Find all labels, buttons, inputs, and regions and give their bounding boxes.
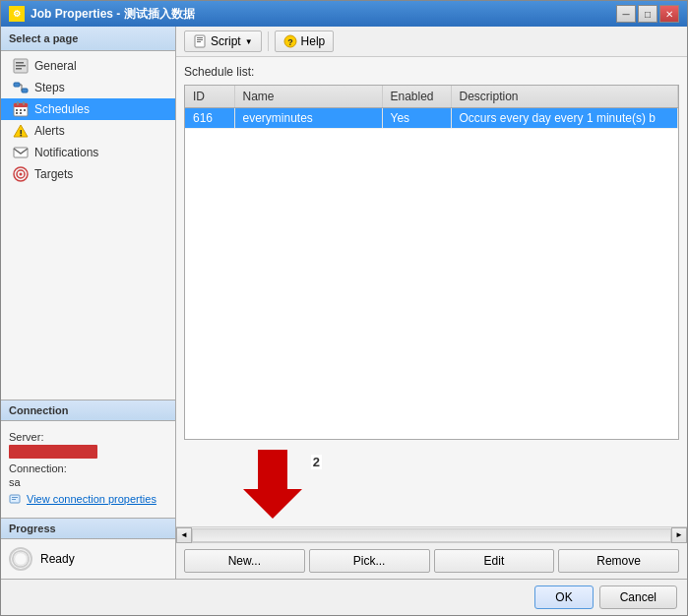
down-arrow-annotation: 2 <box>243 450 302 519</box>
sidebar-item-targets[interactable]: Targets <box>1 163 175 185</box>
select-page-header: Select a page <box>1 27 175 51</box>
schedule-table: ID Name Enabled Description 616 everymin… <box>185 86 678 129</box>
svg-point-23 <box>20 173 23 176</box>
cell-enabled: Yes <box>382 108 451 129</box>
edit-button[interactable]: Edit <box>434 549 555 573</box>
svg-rect-26 <box>12 499 16 500</box>
svg-rect-15 <box>16 112 18 114</box>
main-content: Schedule list: ID Name Enabled Descripti… <box>176 57 687 526</box>
new-button[interactable]: New... <box>184 549 305 573</box>
svg-rect-4 <box>14 83 20 87</box>
svg-rect-25 <box>12 497 18 498</box>
sidebar-item-alerts[interactable]: Alerts <box>1 120 175 142</box>
horizontal-scrollbar[interactable]: ◄ ► <box>176 526 687 542</box>
svg-text:?: ? <box>287 37 293 47</box>
col-enabled: Enabled <box>382 86 451 108</box>
connection-value: sa <box>9 476 167 488</box>
svg-rect-31 <box>197 39 203 40</box>
svg-rect-2 <box>16 65 26 67</box>
toolbar: Script ▼ ? Help <box>176 27 687 57</box>
script-dropdown-icon: ▼ <box>245 37 253 46</box>
schedule-table-container: ID Name Enabled Description 616 everymin… <box>184 85 679 440</box>
svg-rect-10 <box>17 101 19 105</box>
svg-rect-9 <box>14 103 28 107</box>
content-area: Select a page General <box>1 27 687 579</box>
scroll-left-button[interactable]: ◄ <box>176 527 192 543</box>
pick-button[interactable]: Pick... <box>309 549 430 573</box>
progress-status: Ready <box>40 552 75 566</box>
targets-icon <box>13 166 29 182</box>
alerts-label: Alerts <box>34 124 65 138</box>
progress-title: Progress <box>1 519 175 539</box>
nav-list: General Steps <box>1 51 175 400</box>
svg-rect-11 <box>23 101 25 105</box>
help-button[interactable]: ? Help <box>275 31 335 52</box>
svg-point-28 <box>15 553 28 566</box>
remove-button[interactable]: Remove <box>558 549 679 573</box>
svg-rect-14 <box>24 109 26 111</box>
title-bar: ⚙ Job Properties - 测试插入数据 ─ □ ✕ <box>1 1 687 27</box>
col-description: Description <box>451 86 678 108</box>
script-icon <box>193 34 207 48</box>
server-value <box>9 445 97 459</box>
svg-rect-16 <box>20 112 22 114</box>
action-button-bar: New... Pick... Edit Remove <box>176 542 687 579</box>
schedule-list-label: Schedule list: <box>184 65 679 79</box>
right-panel: Script ▼ ? Help Schedule list: <box>176 27 687 579</box>
scroll-right-button[interactable]: ► <box>671 527 687 543</box>
title-controls: ─ □ ✕ <box>616 5 679 23</box>
svg-point-19 <box>20 135 22 137</box>
title-bar-left: ⚙ Job Properties - 测试插入数据 <box>9 6 195 23</box>
close-button[interactable]: ✕ <box>659 5 679 23</box>
server-label: Server: <box>9 431 167 443</box>
toolbar-separator <box>268 31 269 51</box>
svg-rect-20 <box>14 148 28 157</box>
script-label: Script <box>211 34 241 48</box>
left-panel: Select a page General <box>1 27 176 579</box>
general-icon <box>13 58 29 74</box>
svg-rect-32 <box>197 41 201 42</box>
window-icon: ⚙ <box>9 6 25 22</box>
cell-description: Occurs every day every 1 minute(s) b <box>451 108 678 129</box>
footer: OK Cancel <box>1 579 687 615</box>
connection-link-icon <box>9 492 23 506</box>
help-icon: ? <box>283 34 297 48</box>
sidebar-item-steps[interactable]: Steps <box>1 77 175 98</box>
sidebar-item-general[interactable]: General <box>1 55 175 77</box>
steps-label: Steps <box>34 81 65 94</box>
progress-content: Ready <box>1 539 175 579</box>
annotation-area: 2 <box>184 440 679 519</box>
minimize-button[interactable]: ─ <box>616 5 636 23</box>
annotation-2: 2 <box>311 455 322 469</box>
schedules-label: Schedules <box>34 102 90 116</box>
svg-rect-1 <box>16 62 24 64</box>
script-button[interactable]: Script ▼ <box>184 31 262 52</box>
view-connection-label: View connection properties <box>27 493 156 505</box>
steps-icon <box>13 80 29 95</box>
sidebar-item-notifications[interactable]: Notifications <box>1 142 175 163</box>
svg-rect-12 <box>16 109 18 111</box>
cancel-button[interactable]: Cancel <box>599 585 677 609</box>
cell-name: everyminutes <box>234 108 382 129</box>
help-label: Help <box>301 34 326 48</box>
job-properties-window: ⚙ Job Properties - 测试插入数据 ─ □ ✕ Select a… <box>0 0 688 616</box>
notifications-label: Notifications <box>34 146 98 159</box>
connection-info: Server: Connection: sa View connection p… <box>9 427 167 510</box>
targets-label: Targets <box>34 167 73 181</box>
scroll-track[interactable] <box>192 528 671 542</box>
maximize-button[interactable]: □ <box>638 5 657 23</box>
svg-rect-3 <box>16 68 22 70</box>
down-arrow-svg <box>243 450 302 519</box>
ok-button[interactable]: OK <box>534 585 593 609</box>
svg-rect-5 <box>22 89 28 92</box>
general-label: General <box>34 59 77 73</box>
table-row[interactable]: 616 everyminutes Yes Occurs every day ev… <box>185 108 678 129</box>
connection-label: Connection: <box>9 462 167 474</box>
svg-marker-35 <box>243 450 302 519</box>
view-connection-properties-link[interactable]: View connection properties <box>9 492 167 506</box>
table-header-row: ID Name Enabled Description <box>185 86 678 108</box>
connection-title: Connection <box>1 400 175 421</box>
cell-id: 616 <box>185 108 234 129</box>
sidebar-item-schedules[interactable]: Schedules <box>1 98 175 120</box>
alerts-icon <box>13 123 29 139</box>
